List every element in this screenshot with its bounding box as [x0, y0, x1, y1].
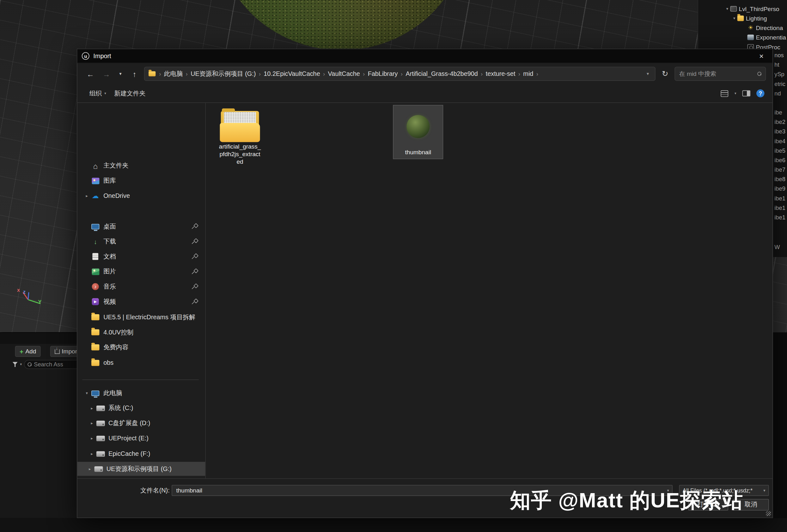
filter-icon[interactable] — [12, 361, 18, 367]
collapse-chevron-icon[interactable]: ▾ — [83, 391, 90, 395]
dialog-search-box[interactable] — [675, 67, 766, 81]
outliner-row-level[interactable]: ▾ Lvl_ThirdPerso — [698, 4, 787, 14]
desktop-icon — [91, 224, 99, 229]
expand-chevron-icon[interactable]: ▸ — [88, 421, 95, 425]
asset-search-input[interactable] — [34, 361, 79, 367]
preview-pane-icon[interactable] — [742, 90, 750, 97]
drive-icon — [96, 451, 105, 456]
dialog-titlebar[interactable]: u Import × — [78, 49, 772, 63]
filetype-dropdown-icon: ▾ — [761, 488, 768, 492]
sidebar-item-label: C盘扩展盘 (D:) — [108, 419, 150, 427]
sidebar-item-music[interactable]: ♪ 音乐 — [79, 280, 203, 294]
new-folder-button[interactable]: 新建文件夹 — [110, 87, 150, 100]
sidebar-item-label: 图片 — [103, 268, 116, 276]
address-bar[interactable]: › 此电脑 › UE资源和示例项目 (G:) › 10.2EpicVaultCa… — [144, 67, 656, 81]
sidebar-item-label: obs — [103, 359, 113, 366]
sidebar-item-home[interactable]: ⌂ 主文件夹 — [79, 159, 203, 173]
history-chevron-icon[interactable]: ▾ — [116, 67, 125, 80]
address-dropdown-icon[interactable]: ▾ — [645, 71, 651, 76]
refresh-button[interactable]: ↻ — [658, 67, 671, 80]
collapse-chevron-icon[interactable]: ▾ — [724, 7, 730, 11]
sidebar-item-onedrive[interactable]: ▸ ☁ OneDrive — [79, 189, 203, 203]
sidebar-item-folder-electricdreams[interactable]: UE5.5 | ElectricDreams 项目拆解 — [79, 310, 203, 324]
breadcrumb-separator: › — [518, 71, 520, 77]
sun-icon: ☀ — [747, 25, 754, 30]
organize-button[interactable]: 组织 ▾ — [85, 87, 110, 100]
up-button[interactable]: ↑ — [128, 67, 141, 80]
content-browser-search-row: ▾ — [12, 360, 84, 369]
axis-z-line — [27, 292, 29, 300]
close-button[interactable]: × — [750, 49, 772, 63]
breadcrumb-segment[interactable]: VaultCache — [325, 69, 363, 78]
expand-chevron-icon[interactable]: ▸ — [88, 451, 95, 456]
file-item-label: thumbnail — [394, 149, 443, 156]
toolbar-right-icons: ▾ ? — [721, 89, 764, 98]
sidebar-item-label: 图库 — [103, 176, 116, 185]
outliner-clipped-label: ySp — [774, 71, 784, 77]
outliner-row-lighting[interactable]: ▾ Lighting — [698, 14, 787, 23]
help-icon[interactable]: ? — [756, 89, 764, 98]
add-button[interactable]: + Add — [15, 346, 41, 357]
breadcrumb-segment[interactable]: mid — [520, 69, 536, 78]
breadcrumb-segment[interactable]: Artificial_Grass-4b2be90d — [403, 69, 480, 78]
sidebar-item-videos[interactable]: ▶ 视频 — [79, 295, 203, 308]
sidebar-item-gallery[interactable]: 图库 — [79, 173, 203, 188]
expand-chevron-icon[interactable]: ▸ — [86, 467, 93, 471]
view-mode-icon[interactable] — [721, 90, 728, 97]
pin-icon — [192, 269, 197, 274]
pin-icon — [192, 254, 197, 259]
breadcrumb-segment[interactable]: 此电脑 — [162, 69, 185, 79]
sidebar-item-folder-uv[interactable]: 4.0UV控制 — [79, 325, 203, 339]
breadcrumb-segment[interactable]: 10.2EpicVaultCache — [261, 69, 322, 78]
axis-y-label: Y — [38, 299, 42, 304]
sidebar-item-drive-c[interactable]: ▸ 系统 (C:) — [79, 401, 203, 415]
dialog-search-input[interactable] — [679, 70, 758, 77]
breadcrumb-segment[interactable]: FabLibrary — [365, 69, 401, 78]
pin-icon — [192, 224, 197, 229]
resize-grip[interactable] — [766, 511, 771, 516]
sidebar-item-desktop[interactable]: 桌面 — [79, 219, 203, 233]
sidebar-item-folder-obs[interactable]: obs — [79, 356, 203, 370]
folder-icon — [91, 344, 99, 350]
sidebar-item-pictures[interactable]: 图片 — [79, 264, 203, 278]
file-item-thumbnail-selected[interactable]: thumbnail — [393, 105, 443, 159]
view-mode-chevron-icon[interactable]: ▾ — [735, 91, 737, 95]
filter-chevron-icon[interactable]: ▾ — [20, 363, 22, 367]
back-button[interactable]: ← — [84, 67, 97, 80]
sidebar-item-label: 此电脑 — [103, 389, 122, 397]
folder-icon — [220, 108, 260, 142]
outliner-row-directional-light[interactable]: ☀ Directiona — [698, 23, 787, 33]
outliner-clipped-label: ibe — [774, 109, 782, 115]
expand-chevron-icon[interactable]: ▸ — [83, 193, 90, 198]
viewport-axis-gizmo: x z Y — [14, 286, 49, 310]
sidebar-item-documents[interactable]: 文档 — [79, 249, 203, 263]
sidebar-item-label: OneDrive — [103, 192, 130, 199]
outliner-clipped-label: ht — [774, 62, 779, 68]
forward-button[interactable]: → — [100, 67, 113, 80]
collapse-chevron-icon[interactable]: ▾ — [731, 16, 737, 21]
this-pc-icon — [91, 390, 99, 396]
breadcrumb-segment[interactable]: texture-set — [483, 69, 518, 78]
downloads-icon: ↓ — [90, 238, 101, 245]
sidebar-item-this-pc[interactable]: ▾ 此电脑 — [79, 386, 203, 400]
sidebar-item-drive-e[interactable]: ▸ UEProject (E:) — [79, 431, 203, 445]
file-list: artificial_grass_ pfdh2js_extract ed thu… — [206, 103, 772, 478]
pin-icon — [192, 299, 197, 304]
outliner-clipped-label: nd — [774, 90, 781, 97]
import-icon — [55, 349, 60, 354]
breadcrumb-separator: › — [481, 71, 483, 77]
asset-search-box[interactable] — [24, 360, 84, 369]
sidebar-item-drive-g-selected[interactable]: ▸ UE资源和示例项目 (G:) — [78, 462, 206, 476]
sidebar-item-folder-free[interactable]: 免费内容 — [79, 340, 203, 354]
breadcrumb-segment[interactable]: UE资源和示例项目 (G:) — [188, 69, 258, 79]
sidebar-item-drive-d[interactable]: ▸ C盘扩展盘 (D:) — [79, 416, 203, 430]
organize-label: 组织 — [89, 89, 102, 98]
file-item-extracted-folder[interactable]: artificial_grass_ pfdh2js_extract ed — [217, 105, 263, 166]
expand-chevron-icon[interactable]: ▸ — [88, 436, 95, 440]
sidebar-item-drive-f[interactable]: ▸ EpicCache (F:) — [79, 447, 203, 461]
sidebar-item-downloads[interactable]: ↓ 下载 — [79, 235, 203, 249]
expand-chevron-icon[interactable]: ▸ — [88, 406, 95, 410]
sidebar-item-label: EpicCache (F:) — [108, 450, 150, 457]
outliner-row-fog[interactable]: Exponentia — [698, 33, 787, 42]
sidebar-item-label: 音乐 — [103, 282, 116, 291]
